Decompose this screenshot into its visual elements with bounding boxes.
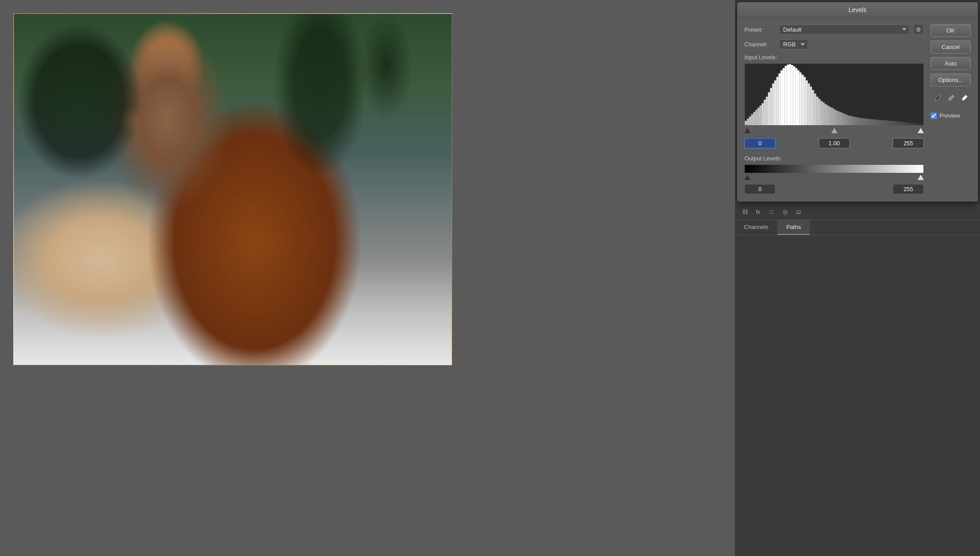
preset-label: Preset: [744, 26, 776, 33]
svg-rect-35 [818, 99, 821, 125]
svg-rect-56 [862, 118, 865, 125]
svg-rect-22 [791, 65, 793, 125]
svg-rect-26 [800, 73, 802, 125]
svg-rect-20 [787, 65, 789, 125]
gear-button[interactable]: ⚙ [913, 24, 924, 35]
svg-rect-68 [888, 121, 890, 125]
dialog-buttons: OK Cancel Auto Options... [931, 24, 971, 194]
white-point-slider[interactable] [918, 128, 924, 133]
black-eyedropper-button[interactable] [932, 92, 944, 103]
dialog-title: Levels [738, 3, 977, 17]
levels-dialog: Levels Preset: Default ⚙ Channel: RGB [737, 2, 978, 201]
svg-rect-83 [919, 124, 922, 125]
input-slider-track[interactable] [744, 127, 924, 135]
svg-rect-17 [780, 70, 783, 125]
svg-rect-64 [879, 120, 882, 125]
preset-select[interactable]: Default [779, 25, 910, 35]
svg-rect-57 [865, 119, 867, 125]
svg-rect-50 [850, 116, 852, 125]
svg-rect-81 [915, 123, 917, 125]
svg-rect-62 [875, 119, 877, 125]
input-white-field[interactable] [893, 138, 924, 148]
preview-checkbox[interactable] [931, 113, 937, 119]
svg-rect-11 [768, 92, 770, 125]
svg-rect-18 [783, 68, 785, 125]
svg-rect-4 [753, 112, 755, 125]
input-levels-label: Input Levels: [744, 54, 924, 61]
histogram-svg [745, 64, 923, 125]
svg-rect-41 [831, 108, 833, 125]
auto-button[interactable]: Auto [931, 57, 971, 70]
paths-tab-content [735, 235, 980, 556]
svg-rect-15 [776, 77, 779, 125]
svg-rect-66 [883, 120, 886, 125]
svg-rect-84 [921, 124, 923, 125]
channel-select[interactable]: RGB [779, 39, 808, 49]
output-white-field[interactable] [893, 184, 924, 194]
svg-rect-12 [770, 88, 772, 125]
output-slider-track[interactable] [744, 173, 924, 181]
input-values-row [744, 138, 924, 148]
options-button[interactable]: Options... [931, 74, 971, 86]
output-levels-label: Output Levels: [744, 155, 924, 162]
bottom-panel: ⛓ fx □ ◎ 🗂 Channels Paths [735, 204, 980, 556]
svg-rect-10 [766, 97, 768, 125]
svg-rect-32 [812, 90, 814, 125]
svg-rect-31 [810, 86, 812, 125]
mask-icon[interactable]: □ [767, 207, 776, 216]
svg-rect-53 [856, 117, 858, 125]
svg-rect-48 [845, 114, 848, 125]
svg-rect-34 [816, 97, 818, 125]
svg-rect-76 [905, 122, 907, 125]
adjustment-icon[interactable]: ◎ [780, 207, 789, 216]
svg-rect-47 [844, 114, 846, 125]
link-icon[interactable]: ⛓ [740, 207, 749, 216]
svg-rect-25 [797, 70, 800, 125]
output-white-slider[interactable] [918, 175, 924, 180]
svg-rect-73 [898, 122, 900, 125]
dialog-main: Preset: Default ⚙ Channel: RGB Input Lev… [744, 24, 924, 194]
tab-channels[interactable]: Channels [735, 220, 777, 235]
svg-rect-9 [764, 100, 766, 125]
cancel-button[interactable]: Cancel [931, 41, 971, 53]
svg-rect-36 [821, 101, 823, 125]
svg-rect-43 [835, 110, 837, 125]
svg-rect-40 [829, 107, 831, 125]
fx-icon[interactable]: fx [754, 207, 763, 216]
svg-rect-77 [906, 123, 909, 125]
channel-row: Channel: RGB [744, 39, 924, 49]
svg-rect-60 [871, 119, 873, 125]
tab-paths[interactable]: Paths [777, 220, 810, 235]
gray-eyedropper-button[interactable] [946, 92, 957, 103]
preview-row: Preview [931, 112, 971, 119]
white-eyedropper-button[interactable] [959, 92, 971, 103]
input-black-field[interactable] [744, 138, 776, 148]
svg-rect-52 [854, 117, 856, 125]
svg-rect-33 [814, 94, 817, 125]
output-black-slider[interactable] [744, 175, 751, 180]
eyedropper-tools [931, 90, 971, 105]
svg-rect-54 [858, 118, 861, 125]
svg-rect-1 [747, 119, 749, 125]
ok-button[interactable]: OK [931, 24, 971, 37]
svg-rect-28 [804, 77, 806, 125]
input-mid-field[interactable] [819, 138, 850, 148]
group-icon[interactable]: 🗂 [794, 207, 803, 216]
svg-rect-8 [762, 103, 764, 125]
svg-rect-7 [760, 106, 762, 125]
black-point-slider[interactable] [744, 128, 751, 133]
svg-rect-29 [806, 80, 808, 125]
svg-rect-61 [873, 119, 875, 125]
svg-rect-44 [837, 111, 840, 125]
svg-rect-5 [755, 110, 758, 126]
midpoint-slider[interactable] [831, 128, 837, 133]
svg-rect-39 [827, 106, 829, 125]
svg-rect-49 [848, 115, 850, 125]
svg-rect-72 [896, 121, 898, 125]
preset-row: Preset: Default ⚙ [744, 24, 924, 35]
right-panel: Levels Preset: Default ⚙ Channel: RGB [735, 0, 980, 556]
svg-rect-67 [886, 120, 888, 125]
output-black-field[interactable] [744, 184, 776, 194]
canvas-image [13, 13, 452, 365]
svg-rect-80 [913, 123, 915, 125]
